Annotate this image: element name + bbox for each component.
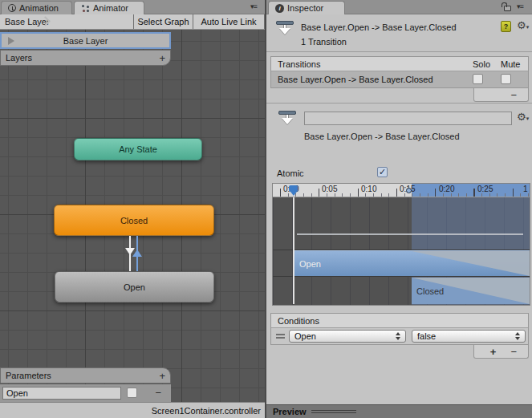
tab-animation[interactable]: Animation xyxy=(1,1,72,14)
open-state-bar[interactable]: Open xyxy=(294,250,530,276)
animator-tabbar: Animation Animator ▾≡ xyxy=(0,0,265,14)
animator-statusbar: Screen1Container.controller xyxy=(0,402,265,418)
layer-row-base-layer[interactable]: Base Layer xyxy=(0,32,171,49)
transition-row-label: Base Layer.Open -> Base Layer.Closed xyxy=(278,75,433,84)
tick-label: 0:05 xyxy=(322,185,337,193)
preview-bar[interactable]: Preview xyxy=(266,404,532,418)
gear-caret-icon: ▾ xyxy=(526,116,530,121)
parameter-value-checkbox[interactable] xyxy=(127,388,137,398)
tab-animator[interactable]: Animator xyxy=(74,1,144,14)
remove-transition-button[interactable]: − xyxy=(510,89,517,101)
remove-parameter-button[interactable]: − xyxy=(155,387,161,399)
clock-icon xyxy=(8,4,16,12)
timeline-ruler[interactable]: 0:00 0:05 0:10 0:15 0:20 0:25 1 xyxy=(273,184,530,197)
preview-label: Preview xyxy=(273,407,307,416)
node-closed-label: Closed xyxy=(120,216,148,225)
solo-column-label: Solo xyxy=(473,59,490,69)
open-fadeout-wedge xyxy=(412,251,530,276)
playhead-line[interactable] xyxy=(293,197,294,304)
animator-menu-icon[interactable]: ▾≡ xyxy=(250,2,257,10)
layers-header-label: Layers xyxy=(6,53,32,63)
transition-list-row[interactable]: Base Layer.Open -> Base Layer.Closed xyxy=(271,71,528,87)
track-separator xyxy=(273,276,530,277)
arrow-up-icon xyxy=(132,250,142,257)
tab-animator-label: Animator xyxy=(93,3,128,13)
divider xyxy=(266,51,532,52)
transition-icon xyxy=(276,21,294,36)
unity-editor: Animation Animator ▾≡ Base Layer Select … xyxy=(0,0,532,418)
transition-timeline[interactable]: 0:00 0:05 0:10 0:15 0:20 0:25 1 Open Clo… xyxy=(272,183,530,306)
parameter-name-input[interactable] xyxy=(2,387,121,400)
closed-state-bar[interactable]: Closed xyxy=(412,278,530,304)
gear-glyph: ⚙ xyxy=(517,111,526,123)
transition-remove-footer: − xyxy=(473,88,529,102)
transition-start-handle[interactable] xyxy=(406,188,412,193)
transitions-box: Transitions Solo Mute Base Layer.Open ->… xyxy=(270,56,529,88)
tab-inspector[interactable]: i Inspector xyxy=(268,1,345,14)
node-open-label: Open xyxy=(124,282,145,292)
condition-row: Open false xyxy=(271,328,528,344)
drag-handle-icon[interactable] xyxy=(276,334,285,340)
node-open[interactable]: Open xyxy=(55,271,214,302)
mute-column-label: Mute xyxy=(501,59,520,69)
inspector-tabbar: i Inspector ▾≡ xyxy=(266,0,532,14)
detail-gear-icon[interactable]: ⚙▾ xyxy=(517,112,529,122)
help-icon[interactable]: ? xyxy=(501,21,511,32)
open-track-label: Open xyxy=(299,251,321,276)
solo-checkbox[interactable] xyxy=(473,74,483,84)
condition-value-dropdown[interactable]: false xyxy=(412,330,526,343)
preview-drag-handle-icon xyxy=(311,408,356,415)
condition-value: false xyxy=(417,331,436,341)
parameter-row: − xyxy=(0,384,171,402)
tab-animation-label: Animation xyxy=(19,3,59,13)
tick-label: 0:20 xyxy=(439,185,454,193)
check-icon: ✓ xyxy=(379,168,386,177)
animator-graph-canvas[interactable]: Base Layer Layers + Any State Closed Ope… xyxy=(0,30,265,402)
gear-glyph: ⚙ xyxy=(517,19,526,31)
gear-caret-icon: ▾ xyxy=(526,24,530,30)
atomic-checkbox[interactable]: ✓ xyxy=(377,167,388,177)
transitions-header-label: Transitions xyxy=(278,59,320,69)
transition-detail-icon xyxy=(278,111,296,126)
condition-parameter-value: Open xyxy=(294,331,316,341)
layer-name: Base Layer xyxy=(63,36,108,46)
parameters-header-bar: Parameters + xyxy=(0,367,171,384)
layer-play-icon xyxy=(8,37,14,45)
header-gear-icon[interactable]: ⚙▾ xyxy=(517,20,529,30)
tick-label: 1 xyxy=(523,185,528,193)
dropdown-arrows-icon xyxy=(396,332,400,340)
atomic-label: Atomic xyxy=(277,168,304,178)
add-layer-button[interactable]: + xyxy=(159,52,165,64)
info-icon: i xyxy=(275,4,284,13)
inspector-menu-icon[interactable]: ▾≡ xyxy=(517,2,523,10)
node-any-state[interactable]: Any State xyxy=(74,138,202,160)
transitions-header: Transitions Solo Mute xyxy=(271,57,528,71)
conditions-add-remove-footer: + − xyxy=(473,345,529,359)
lock-icon[interactable] xyxy=(504,6,511,11)
animator-icon xyxy=(81,4,90,13)
add-condition-button[interactable]: + xyxy=(490,346,497,358)
divider xyxy=(266,103,532,103)
parameters-header-label: Parameters xyxy=(6,371,51,380)
transition-name-input[interactable] xyxy=(304,112,512,125)
animator-toolbar: Base Layer Select Graph Auto Live Link xyxy=(0,14,265,30)
mute-checkbox[interactable] xyxy=(501,74,511,84)
inspector-subtitle: 1 Transition xyxy=(301,37,347,47)
select-graph-button[interactable]: Select Graph xyxy=(133,14,193,29)
remove-condition-button[interactable]: − xyxy=(510,346,517,358)
auto-live-link-button[interactable]: Auto Live Link xyxy=(193,14,265,29)
timeline-tracks: Open Closed xyxy=(273,197,530,305)
tick-label: 0:25 xyxy=(477,185,493,193)
conditions-header: Conditions xyxy=(271,314,528,328)
node-closed[interactable]: Closed xyxy=(54,205,214,236)
add-parameter-button[interactable]: + xyxy=(159,370,165,382)
conditions-header-label: Conditions xyxy=(278,316,319,326)
playhead-marker[interactable] xyxy=(289,185,298,192)
dropdown-arrows-icon xyxy=(515,332,520,340)
closed-track-label: Closed xyxy=(416,278,444,304)
tab-inspector-label: Inspector xyxy=(287,3,323,13)
inspector-title: Base Layer.Open -> Base Layer.Closed xyxy=(301,22,457,32)
tick-label: 0:10 xyxy=(361,185,376,193)
blend-curve-line xyxy=(297,233,523,235)
condition-parameter-dropdown[interactable]: Open xyxy=(289,330,406,343)
